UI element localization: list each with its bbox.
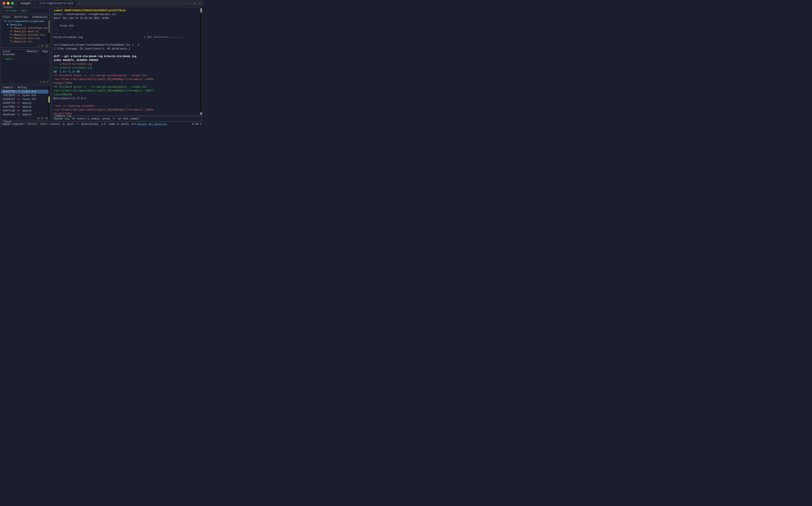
list-item[interactable]: * main ✓ — [3, 58, 48, 61]
files-content: ▼ src/components/organisms ▼ NewsList ??… — [1, 19, 50, 44]
traffic-lights — [3, 2, 14, 5]
new-tab-button[interactable]: + — [77, 1, 81, 5]
branches-section: Local branches - Remotes - Tags * main ✓… — [1, 50, 50, 84]
patch-line: @@ -1,12 +1,12 @@ — [54, 70, 200, 74]
worktrees-link[interactable]: Worktrees — [14, 16, 28, 19]
list-item[interactable]: ?? NewsList.stories.tsx — [1, 33, 50, 37]
patch-content: commit 8b687f5864c3750b013a5a3565d7ca114… — [52, 8, 202, 115]
patch-line: +++ b/build-storybook.log — [54, 66, 200, 70]
list-item[interactable]: ?? NewsList.test.tsx — [1, 37, 50, 40]
patch-line — [54, 39, 200, 43]
commit-row[interactable]: dbad1ead re deploy — [1, 113, 50, 116]
list-item[interactable]: ▼ src/components/organisms — [1, 20, 50, 23]
close-button[interactable] — [3, 2, 5, 5]
files-scrollbar[interactable] — [49, 19, 50, 44]
files-counter: 1 of 12 — [1, 44, 50, 48]
patch-line: +$ storybook build -o ../re-design-syste… — [54, 85, 200, 89]
patch-line: /var/folders/9z/rpmlrk4d1t1c7ym2s2_99jn0… — [54, 89, 200, 93]
commits-header: Commits - Reflog — [1, 86, 50, 90]
patch-line: Date: Mon Jan 15 13:42:18 2024 +0100 — [54, 16, 200, 20]
search-icon[interactable]: ⌕ — [184, 1, 186, 5]
branches-header: Local branches - Remotes - Tags — [1, 50, 50, 57]
tab-path[interactable]: .t/re-cognition/re-site — [35, 1, 76, 6]
commits-section: Commits - Reflog 8b687f58 re Fixes #14 1… — [1, 86, 50, 120]
files-header: Files - Worktrees - Submodules — [1, 15, 50, 19]
patch-line: --- — [54, 31, 200, 35]
list-item[interactable]: ?? NewsList.tsx — [1, 40, 50, 44]
patch-line: commit 8b687f5864c3750b013a5a3565d7ca114… — [54, 9, 200, 12]
right-panel: Patch commit 8b687f5864c3750b013a5a3565d… — [51, 7, 203, 121]
patch-line: -$ storybook build -o ../re-design-syste… — [54, 74, 200, 77]
titlebar-icons: ⌕ ⚡ ⚙ ⊞ — [184, 1, 200, 5]
patch-line: /var/folders/9z/rpmlrk4d1t1c7ym2s2_99jn0… — [54, 77, 200, 81]
commit-row[interactable]: b529fe37 re Fixes #13 — [1, 97, 50, 101]
commit-row[interactable]: 1fb23bf5 re Fixes #14 — [1, 94, 50, 97]
submodules-link[interactable]: Submodules — [32, 16, 48, 19]
grid-icon[interactable]: ⊞ — [199, 1, 200, 5]
patch-line: PzuqgLt7LMUw — [54, 81, 200, 85]
status-section: Status ✓ re-site → main — [1, 8, 50, 13]
patch-line: 2 files changed, 59 insertions(+), 69 de… — [54, 47, 200, 51]
cmdlog-label: Command log — [54, 114, 72, 117]
settings-icon[interactable]: ⚙ — [194, 1, 195, 5]
list-item[interactable]: ?? NewsList.interface.tsx — [1, 26, 50, 30]
files-label: Files — [3, 16, 10, 19]
commit-row[interactable]: a6305733 re deploy — [1, 101, 50, 105]
remotes-link[interactable]: Remotes — [27, 50, 38, 56]
patch-line — [54, 51, 200, 55]
branches-label: Local branches — [3, 50, 23, 56]
patch-line: PzuqgLt7LMUw — [54, 112, 200, 115]
ask-question-link[interactable]: Ask Question — [148, 123, 167, 125]
files-section: Files - Worktrees - Submodules ▼ src/com… — [1, 15, 50, 48]
maximize-button[interactable] — [11, 2, 14, 5]
list-item[interactable]: ?? NewsList.mock.ts — [1, 30, 50, 33]
flash-icon[interactable]: ⚡ — [189, 1, 191, 5]
patch-line: index bbe927e..d14d03e 100644 — [54, 58, 200, 62]
patch-line: src/components/atoms/YouTubeEmbed/YouTub… — [54, 43, 200, 47]
tab-lazygit[interactable]: lazygit — [17, 1, 34, 6]
titlebar: lazygit .t/re-cognition/re-site + ⌕ ⚡ ⚙ … — [0, 0, 203, 7]
commits-scrollbar[interactable] — [49, 86, 50, 120]
stash-section: Stash 0 of 0 — [1, 122, 50, 126]
tabs-area: lazygit .t/re-cognition/re-site + — [17, 1, 81, 6]
donate-link[interactable]: Donate — [138, 123, 147, 125]
patch-scrollbar[interactable] — [200, 8, 202, 115]
patch-line — [54, 20, 200, 24]
patch-line: build-storybook.log | 127 ++++++++++----… — [54, 35, 200, 39]
commit-row[interactable]: 8b687f58 re Fixes #14 — [1, 90, 50, 94]
reflog-link[interactable]: Reflog — [18, 86, 27, 89]
patch-line: --- — [54, 28, 200, 31]
branches-counter: 1 of 1 — [1, 80, 50, 84]
version-label: 0.40.2 — [192, 123, 201, 125]
commits-counter: 10 of 49 — [1, 116, 50, 120]
patch-line: 2jmtjzMEpPq3 — [54, 93, 200, 97]
stash-label: Stash — [3, 120, 12, 123]
commit-row[interactable]: 1aa7108a re deploy — [1, 105, 50, 109]
patch-line: --- a/build-storybook.log — [54, 62, 200, 66]
tags-link[interactable]: Tags — [42, 50, 48, 56]
patch-line: @storybook/cli v7.6.4 — [54, 97, 200, 100]
patch-label: Patch — [54, 8, 63, 9]
list-item[interactable]: ▼ NewsList — [1, 23, 50, 26]
main-area: Status ✓ re-site → main Files - Worktree… — [0, 7, 203, 121]
branches-content: * main ✓ — [1, 57, 50, 80]
commits-content: 8b687f58 re Fixes #14 1fb23bf5 re Fixes … — [1, 90, 50, 116]
patch-line: Fixes #14 — [54, 24, 200, 28]
cmdlog-content: Random tip: To revert a commit, press 't… — [52, 116, 202, 121]
commit-row[interactable]: 569f7cd3 re deploy — [1, 109, 50, 113]
cmdlog-text: Random tip: To revert a commit, press 't… — [54, 117, 139, 120]
patch-line — [54, 100, 200, 104]
cmdlog-section: Command log Random tip: To revert a comm… — [52, 116, 202, 121]
patch-line: Author: renekrewinkel <rene@krewinkel.nl… — [54, 12, 200, 16]
patch-line: diff --git a/build-storybook.log b/build… — [54, 55, 200, 58]
left-panel: Status ✓ re-site → main Files - Worktree… — [0, 7, 51, 121]
patch-line: -info => Cleaning outputDir: — [54, 104, 200, 108]
commits-label: Commits — [3, 86, 13, 89]
patch-line: /var/folders/9z/rpmlrk4d1t1c7ym2s2_99jn0… — [54, 108, 200, 112]
status-text: ✓ re-site → main — [3, 9, 27, 12]
patch-section: Patch commit 8b687f5864c3750b013a5a3565d… — [52, 8, 202, 115]
minimize-button[interactable] — [7, 2, 10, 5]
status-label: Status — [3, 6, 14, 9]
